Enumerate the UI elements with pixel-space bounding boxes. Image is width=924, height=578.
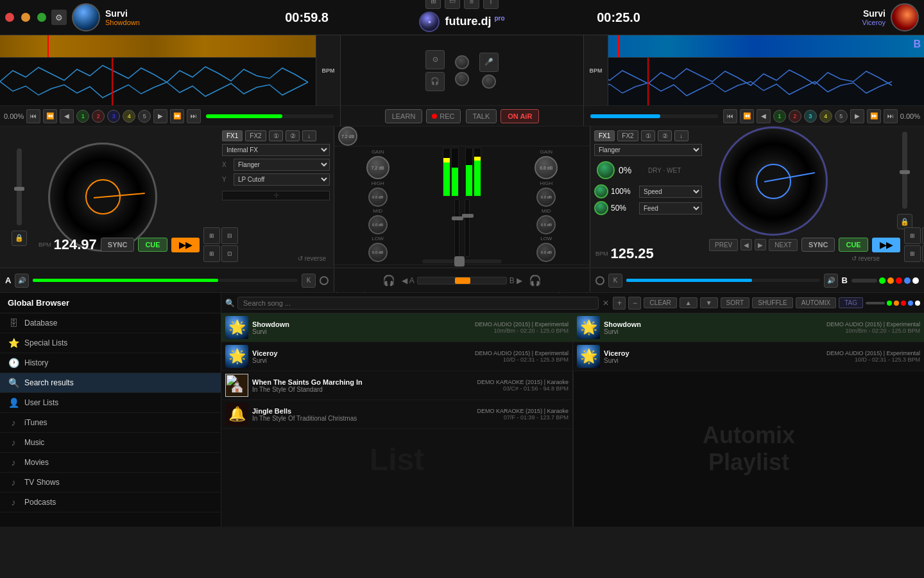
deck-a-cue-button[interactable]: CUE: [138, 238, 167, 252]
deck-a-loop-2[interactable]: ⊟: [221, 227, 238, 244]
high-b-knob[interactable]: 0.0 dB: [536, 188, 556, 207]
headphone-right-icon[interactable]: 🎧: [529, 274, 542, 286]
deck-b-pitch-bar[interactable]: [590, 114, 718, 118]
sidebar-item-database[interactable]: 🗄 Database: [0, 313, 221, 333]
deck-b-sync-button[interactable]: SYNC: [801, 238, 835, 252]
deck-b-nav-left[interactable]: ◀: [740, 239, 752, 250]
fader-a-thumb[interactable]: [452, 216, 463, 220]
deck-a-bpm-btn[interactable]: BPM: [316, 35, 340, 105]
sidebar-item-history[interactable]: 🕐 History: [0, 353, 221, 373]
arrow-down-button[interactable]: ▼: [700, 297, 718, 308]
crossfader-thumb[interactable]: [454, 256, 465, 267]
next-icon[interactable]: ▶: [153, 109, 167, 123]
deck-b-hotcue-2[interactable]: 2: [789, 110, 801, 123]
sidebar-item-itunes[interactable]: ♪ iTunes: [0, 413, 221, 433]
deck-b-nav-right[interactable]: ▶: [755, 239, 766, 250]
deck-b-pitch-thumb[interactable]: [900, 170, 910, 174]
mic-knob[interactable]: [482, 74, 496, 89]
hotcue-5[interactable]: 5: [138, 110, 151, 123]
deck-a-fx2-button[interactable]: FX2: [245, 130, 266, 141]
deck-b-pitch-slider[interactable]: [902, 132, 907, 209]
low-a-knob[interactable]: 0.0 dB: [368, 243, 388, 262]
mid-b-knob[interactable]: 0.0 dB: [536, 215, 556, 234]
fader-b[interactable]: [465, 199, 470, 257]
cf-position[interactable]: [455, 277, 470, 284]
hotcue-3[interactable]: 3: [107, 110, 120, 123]
prev-icon[interactable]: ◀: [60, 109, 74, 123]
deck-b-speed-knob[interactable]: [594, 184, 608, 198]
deck-b-loop-3[interactable]: ⊞: [904, 245, 921, 262]
sidebar-item-search-results[interactable]: 🔍 Search results: [0, 373, 221, 393]
skip-back-icon[interactable]: ⏮: [26, 109, 40, 123]
cf-arrow-right[interactable]: B ▶: [509, 276, 522, 285]
low-b-knob[interactable]: 0.0 dB: [536, 243, 556, 262]
deck-b-vinyl[interactable]: [719, 127, 828, 236]
deck-a-headphone-button[interactable]: [320, 276, 329, 285]
deck-b-reverse-button[interactable]: ↺ reverse: [849, 255, 882, 262]
deck-a-reverse-button[interactable]: ↺ reverse: [295, 255, 329, 262]
deck-a-fx-1-icon[interactable]: ①: [269, 130, 283, 141]
deck-a-fx-x-select[interactable]: Flanger: [234, 159, 330, 171]
deck-a-pitch-thumb[interactable]: [14, 187, 24, 191]
deck-b-cue-button[interactable]: CUE: [839, 238, 868, 252]
deck-a-waveform[interactable]: A BPM: [0, 35, 340, 105]
deck-a-overview[interactable]: [0, 35, 340, 58]
deck-b-fx2-button[interactable]: FX2: [617, 130, 638, 141]
talk-button[interactable]: TALK: [466, 109, 497, 123]
gain-a-knob[interactable]: 7.2 dB: [338, 127, 357, 146]
deck-b-headphone-button[interactable]: [595, 276, 604, 285]
automix-button[interactable]: AUTOMIX: [796, 297, 836, 308]
expand-icon[interactable]: ⊞: [425, 0, 441, 9]
close-button[interactable]: [5, 13, 14, 22]
fader-a[interactable]: [454, 199, 459, 257]
deck-b-vol-bar[interactable]: [626, 279, 820, 282]
deck-b-hotcue-1[interactable]: 1: [773, 110, 786, 123]
window-icon[interactable]: ▭: [445, 0, 460, 9]
deck-a-vol-bar[interactable]: [33, 279, 298, 282]
tag-button[interactable]: TAG: [839, 297, 863, 308]
sidebar-item-movies[interactable]: ♪ Movies: [0, 453, 221, 473]
deck-b-feed-knob[interactable]: [594, 201, 608, 215]
sidebar-item-special-lists[interactable]: ⭐ Special Lists: [0, 333, 221, 353]
deck-b-skip-forward[interactable]: ⏭: [884, 109, 898, 123]
deck-b-prev-button[interactable]: PREV: [709, 239, 738, 251]
channel-a-gain-knob[interactable]: 7.2 dB: [366, 156, 389, 179]
sidebar-item-music[interactable]: ♪ Music: [0, 433, 221, 453]
deck-b-loop-1[interactable]: ⊞: [904, 227, 921, 244]
mid-a-knob[interactable]: 0.0 dB: [368, 215, 388, 234]
track-row-jingle[interactable]: 🔔 Jingle Bells In The Style Of Tradition…: [221, 400, 572, 429]
hotcue-4[interactable]: 4: [123, 110, 135, 123]
master-knob[interactable]: [455, 55, 469, 69]
deck-a-pitch-slider[interactable]: [17, 148, 22, 225]
eq-icon[interactable]: ≡: [464, 0, 479, 9]
deck-b-skip-back[interactable]: ⏮: [723, 109, 737, 123]
deck-a-loop-3[interactable]: ⊞: [203, 245, 220, 262]
remove-button[interactable]: −: [628, 297, 641, 310]
add-button[interactable]: +: [613, 297, 626, 310]
deck-b-waveform[interactable]: B BPM: [584, 35, 924, 105]
skip-forward-icon[interactable]: ⏭: [187, 109, 201, 123]
hotcue-1[interactable]: 1: [76, 110, 89, 123]
maximize-button[interactable]: [37, 13, 46, 22]
deck-a-loop-4[interactable]: ⊡: [221, 245, 238, 262]
deck-a-volume-icon[interactable]: 🔊: [15, 274, 29, 288]
crossfader-track[interactable]: [422, 259, 501, 263]
deck-b-volume-icon[interactable]: 🔊: [824, 274, 838, 288]
sort-button[interactable]: SORT: [721, 297, 750, 308]
deck-a-detail[interactable]: [0, 58, 340, 105]
deck-b-wet-dry-knob[interactable]: [597, 161, 615, 179]
deck-b-next-btn[interactable]: ▶: [850, 109, 864, 123]
sidebar-item-user-lists[interactable]: 👤 User Lists: [0, 393, 221, 413]
track-row-showdown-a[interactable]: 🌟 Showdown Survi DEMO AUDIO (2015) | Exp…: [221, 313, 572, 342]
deck-a-fx-y-select[interactable]: LP Cutoff: [234, 173, 330, 186]
cf-arrow-left[interactable]: ◀ A: [402, 276, 415, 285]
track-row-viceroy-b[interactable]: 🌟 Viceroy Survi DEMO AUDIO (2015) | Expe…: [573, 342, 924, 371]
deck-a-play-button[interactable]: ▶▶: [171, 238, 200, 252]
info-icon[interactable]: i: [483, 0, 499, 9]
sidebar-item-tv-shows[interactable]: ♪ TV Shows: [0, 473, 221, 493]
deck-a-sync-button[interactable]: SYNC: [101, 238, 135, 252]
learn-button[interactable]: LEARN: [385, 109, 423, 123]
deck-a-lock-button[interactable]: 🔒: [12, 231, 27, 246]
deck-b-hotcue-4[interactable]: 4: [819, 110, 832, 123]
back-icon[interactable]: ⏪: [43, 109, 57, 123]
